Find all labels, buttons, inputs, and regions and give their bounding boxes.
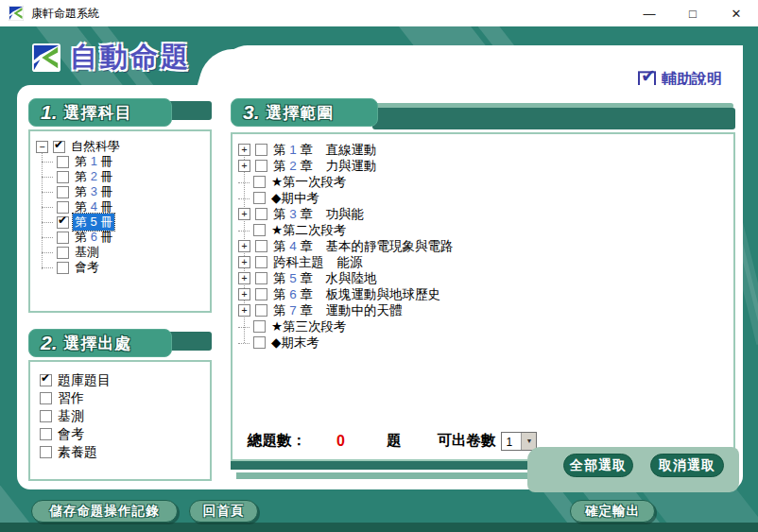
tree-item[interactable]: 第 3 冊 (42, 184, 206, 199)
tree-item[interactable]: +跨科主題 能源 (238, 254, 730, 270)
expander-collapse-icon[interactable]: − (36, 141, 48, 153)
checkbox[interactable] (253, 336, 266, 349)
source-item[interactable]: 題庫題目 (38, 371, 206, 389)
step-number: 2. (41, 332, 58, 354)
panel-subject-header: 1. 選擇科目 (28, 98, 212, 130)
save-operation-log-button[interactable]: 儲存命題操作記錄 (31, 500, 178, 523)
tree-item[interactable]: +第 2 章 力與運動 (238, 158, 730, 174)
checkbox[interactable] (53, 141, 65, 153)
checkbox[interactable] (255, 144, 267, 156)
checkbox[interactable] (57, 156, 69, 168)
expander-expand-icon[interactable]: + (238, 288, 250, 300)
tree-item[interactable]: +第 1 章 直線運動 (238, 142, 730, 158)
minimize-button[interactable]: — (628, 0, 671, 26)
home-button[interactable]: 回首頁 (189, 500, 258, 523)
checkbox[interactable] (255, 160, 267, 172)
source-item[interactable]: 習作 (38, 389, 206, 407)
tree-item[interactable]: +第 3 章 功與能 (238, 206, 730, 222)
checkbox[interactable] (57, 171, 69, 183)
close-button[interactable]: ✕ (715, 0, 758, 26)
dropdown-arrow-icon[interactable]: ▼ (521, 433, 536, 450)
panel-source-header: 2. 選擇出處 (28, 329, 212, 361)
source-item[interactable]: 素養題 (38, 443, 206, 461)
tree-item[interactable]: +第 5 章 水與陸地 (238, 270, 730, 286)
checkbox[interactable] (40, 446, 52, 458)
tree-item[interactable]: 第 1 冊 (42, 154, 206, 169)
tree-item-label: ◆期末考 (269, 335, 321, 352)
tree-item-label: 第 4 章 基本的靜電現象與電路 (271, 238, 456, 255)
app-window: 康軒命題系統 — □ ✕ 自動命題 (0, 0, 758, 532)
step-number: 3. (243, 101, 260, 124)
checkbox[interactable] (57, 247, 69, 259)
tree-item[interactable]: ◆期中考 (238, 190, 730, 206)
expander-expand-icon[interactable]: + (238, 256, 250, 268)
subject-tree-children: 第 1 冊第 2 冊第 3 冊第 4 冊第 5 冊第 6 冊基測會考 (42, 154, 206, 275)
tree-item[interactable]: ★第一次段考 (238, 174, 730, 190)
tree-item-label: ★第二次段考 (269, 222, 349, 239)
checkbox[interactable] (253, 192, 266, 204)
tree-item[interactable]: 第 2 冊 (42, 169, 206, 184)
tree-item-label: 第 2 章 力與運動 (271, 158, 379, 175)
tree-item-label: 第 7 章 運動中的天體 (271, 302, 405, 319)
checkbox[interactable] (255, 208, 267, 220)
expander-expand-icon[interactable]: + (238, 160, 250, 172)
checkbox[interactable] (253, 224, 266, 236)
tree-item[interactable]: 第 6 冊 (42, 230, 206, 245)
checkbox[interactable] (253, 320, 266, 333)
brand-logo-icon (32, 43, 60, 72)
checkbox[interactable] (253, 176, 266, 188)
checkbox[interactable] (57, 201, 69, 214)
tree-item[interactable]: +第 4 章 基本的靜電現象與電路 (238, 238, 730, 254)
confirm-output-button[interactable]: 確定輸出 (570, 500, 655, 523)
checkbox[interactable] (40, 410, 52, 422)
step-title: 選擇範圍 (267, 102, 335, 124)
checkbox[interactable] (255, 256, 267, 268)
step-number: 1. (41, 101, 58, 124)
tree-item[interactable]: ◆期末考 (238, 335, 730, 351)
source-checklist: 題庫題目習作基測會考素養題 (30, 362, 210, 461)
tree-item[interactable]: 基測 (42, 245, 206, 260)
expander-expand-icon[interactable]: + (238, 144, 250, 156)
tree-item[interactable]: −自然科學 (36, 139, 206, 154)
tree-item[interactable]: ★第二次段考 (238, 222, 730, 238)
tree-item-label: ◆期中考 (269, 190, 321, 207)
tree-connector (238, 174, 250, 183)
checkbox[interactable] (255, 272, 267, 284)
step-title: 選擇出處 (64, 333, 132, 354)
subject-tree-box: −自然科學第 1 冊第 2 冊第 3 冊第 4 冊第 5 冊第 6 冊基測會考 (28, 129, 212, 313)
checkbox[interactable] (57, 216, 69, 229)
maximize-button[interactable]: □ (671, 0, 715, 26)
tree-item-label: 會考 (73, 259, 101, 276)
tree-item[interactable]: +第 7 章 運動中的天體 (238, 302, 730, 318)
checkbox[interactable] (255, 304, 267, 317)
checkbox[interactable] (255, 288, 267, 300)
source-item-label: 基測 (56, 408, 86, 425)
checkbox[interactable] (57, 186, 69, 198)
deselect-all-button[interactable]: 取消選取 (650, 454, 724, 477)
tree-connector (42, 198, 53, 208)
page-title: 自動命題 (70, 39, 191, 77)
expander-expand-icon[interactable]: + (238, 208, 250, 220)
checkbox[interactable] (40, 392, 52, 404)
paper-count-select[interactable]: 1 ▼ (501, 432, 537, 451)
source-item[interactable]: 基測 (38, 407, 206, 425)
source-item[interactable]: 會考 (38, 425, 206, 443)
app-logo-icon (9, 6, 24, 21)
select-all-button[interactable]: 全部選取 (563, 454, 633, 477)
expander-expand-icon[interactable]: + (238, 304, 250, 317)
checkbox[interactable] (40, 374, 52, 386)
tree-item[interactable]: ★第三次段考 (238, 318, 730, 335)
tree-item[interactable]: 第 5 冊 (42, 215, 206, 230)
tree-item[interactable]: +第 6 章 板塊運動與地球歷史 (238, 286, 730, 302)
range-bottom-stripe (236, 472, 529, 479)
checkbox[interactable] (40, 428, 52, 440)
checkbox[interactable] (57, 262, 69, 274)
expander-expand-icon[interactable]: + (238, 272, 250, 284)
checkbox[interactable] (255, 240, 267, 252)
window-controls: — □ ✕ (628, 0, 758, 26)
range-bottom-band (231, 461, 529, 470)
expander-expand-icon[interactable]: + (238, 240, 250, 252)
checkbox[interactable] (57, 232, 69, 244)
tree-item[interactable]: 會考 (42, 260, 206, 275)
total-count-value: 0 (336, 433, 345, 450)
